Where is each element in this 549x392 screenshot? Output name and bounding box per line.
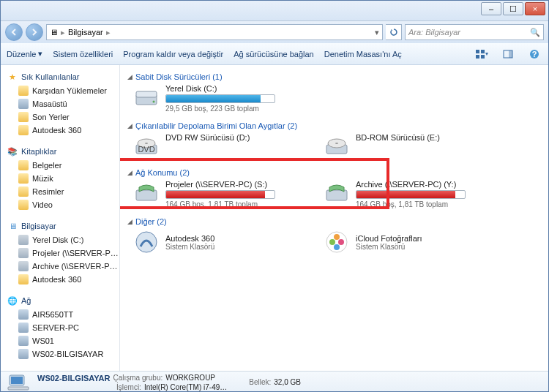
view-options-button[interactable]: ▾	[474, 47, 490, 61]
address-dropdown-icon[interactable]: ▾	[375, 28, 379, 37]
svg-point-24	[334, 244, 340, 250]
drive-label: BD-ROM Sürücüsü (E:)	[356, 133, 492, 142]
sidebar-item-pictures[interactable]: Resimler	[2, 185, 118, 198]
sidebar-item-ws02[interactable]: WS02-BILGISAYAR	[2, 347, 118, 361]
status-memory-label: Bellek:	[249, 378, 271, 386]
libraries-icon: 📚	[7, 146, 18, 157]
organize-button[interactable]: Düzenle ▾	[7, 49, 42, 59]
drive-usage-text: 164 GB boş, 1,81 TB toplam	[356, 200, 492, 208]
drive-label: Yerel Disk (C:)	[165, 84, 302, 93]
refresh-button[interactable]	[386, 24, 402, 40]
section-other-header[interactable]: ◢ Diğer (2)	[127, 214, 541, 229]
netdrive-icon	[133, 180, 160, 206]
sidebar-favorites-group: ★ Sık Kullanılanlar Karşıdan Yüklemeler …	[2, 69, 118, 137]
status-workgroup-label: Çalışma grubu:	[113, 374, 163, 382]
svg-point-22	[334, 234, 340, 240]
sidebar-item-music[interactable]: Müzik	[2, 172, 118, 185]
status-cpu-label: İşlemci:	[116, 383, 141, 391]
open-control-panel-button[interactable]: Denetim Masası'nı Aç	[324, 50, 402, 59]
svg-rect-27	[11, 377, 23, 384]
computer-icon: 🖥	[7, 220, 18, 232]
nav-forward-button[interactable]	[26, 23, 43, 41]
drive-bd-rom-e[interactable]: BD-ROM Sürücüsü (E:)	[324, 133, 492, 159]
preview-pane-button[interactable]	[500, 47, 516, 61]
close-button[interactable]: ×	[525, 2, 545, 15]
search-box[interactable]: Ara: Bilgisayar 🔍	[405, 24, 544, 40]
drive-projeler-s[interactable]: Projeler (\\SERVER-PC) (S:) 164 GB boş, …	[133, 180, 302, 208]
folder-icloud-photos[interactable]: iCloud Fotoğrafları Sistem Klasörü	[324, 229, 492, 255]
section-hard-drives-header[interactable]: ◢ Sabit Disk Sürücüleri (1)	[127, 69, 541, 84]
sidebar-libraries-group: 📚 Kitaplıklar Belgeler Müzik Resimler Vi…	[2, 144, 118, 211]
collapse-icon: ◢	[127, 73, 132, 80]
sidebar-item-autodesk360[interactable]: Autodesk 360	[2, 273, 118, 286]
content-pane: ◢ Sabit Disk Sürücüleri (1) Yerel Disk (…	[120, 65, 548, 371]
chevron-down-icon: ▾	[38, 49, 42, 59]
minimize-button[interactable]: –	[481, 2, 501, 15]
folder-label: Autodesk 360	[165, 234, 214, 243]
recent-icon	[18, 112, 29, 122]
uninstall-program-button[interactable]: Program kaldır veya değiştir	[123, 50, 223, 59]
map-network-drive-button[interactable]: Ağ sürücüsüne bağlan	[234, 50, 313, 59]
drive-local-c[interactable]: Yerel Disk (C:) 29,5 GB boş, 223 GB topl…	[133, 84, 302, 113]
sidebar-favorites-header[interactable]: ★ Sık Kullanılanlar	[2, 69, 118, 84]
pc-icon	[18, 349, 29, 359]
sidebar-computer-header[interactable]: 🖥 Bilgisayar	[2, 219, 118, 233]
pictures-icon	[18, 186, 29, 197]
drive-label: Projeler (\\SERVER-PC) (S:)	[165, 180, 302, 189]
svg-point-23	[338, 239, 344, 245]
drive-archive-y[interactable]: Archive (\\SERVER-PC) (Y:) 164 GB boş, 1…	[324, 180, 492, 208]
sidebar-item-server-pc[interactable]: SERVER-PC	[2, 321, 118, 334]
sidebar-item-local-disk-c[interactable]: Yerel Disk (C:)	[2, 233, 118, 246]
sidebar-item-videos[interactable]: Video	[2, 198, 118, 211]
desktop-icon	[18, 99, 29, 109]
sidebar-item-air5650tt[interactable]: AIR5650TT	[2, 308, 118, 321]
collapse-icon: ◢	[127, 218, 132, 225]
system-properties-button[interactable]: Sistem özellikleri	[53, 50, 113, 59]
address-bar[interactable]: 🖥 ▸ Bilgisayar ▸ ▾	[46, 24, 383, 40]
search-placeholder: Ara: Bilgisayar	[408, 28, 460, 37]
svg-rect-2	[476, 55, 479, 59]
svg-point-20	[136, 232, 157, 252]
autodesk-icon	[133, 229, 160, 255]
maximize-button[interactable]: ☐	[503, 2, 523, 15]
section-network-location-header[interactable]: ◢ Ağ Konumu (2)	[127, 165, 541, 180]
sidebar-network-header[interactable]: 🌐 Ağ	[2, 293, 118, 308]
help-button[interactable]: ?	[526, 47, 542, 61]
sidebar-item-recent[interactable]: Son Yerler	[2, 110, 118, 124]
svg-rect-5	[509, 50, 512, 58]
svg-rect-1	[481, 50, 485, 53]
collapse-icon: ◢	[127, 122, 132, 129]
status-cpu-value: Intel(R) Core(TM) i7-49…	[144, 383, 227, 391]
command-bar: Düzenle ▾ Sistem özellikleri Program kal…	[1, 43, 548, 65]
section-hard-drives: ◢ Sabit Disk Sürücüleri (1) Yerel Disk (…	[127, 69, 541, 113]
status-memory-value: 32,0 GB	[274, 378, 301, 386]
sidebar-computer-group: 🖥 Bilgisayar Yerel Disk (C:) Projeler (\…	[2, 219, 118, 286]
netdrive-icon	[18, 261, 29, 271]
breadcrumb-sep-icon: ▸	[61, 28, 65, 37]
svg-text:?: ?	[532, 50, 537, 59]
computer-icon	[7, 374, 30, 391]
videos-icon	[18, 200, 29, 210]
computer-icon: 🖥	[50, 28, 58, 37]
nav-back-button[interactable]	[5, 23, 23, 41]
search-icon[interactable]: 🔍	[530, 28, 540, 37]
pc-icon	[18, 336, 29, 346]
sidebar-item-documents[interactable]: Belgeler	[2, 159, 118, 172]
drive-icon	[18, 235, 29, 245]
sidebar-item-desktop[interactable]: Masaüstü	[2, 97, 118, 110]
music-icon	[18, 173, 29, 184]
folder-autodesk360[interactable]: Autodesk 360 Sistem Klasörü	[133, 229, 302, 255]
sidebar-item-archive-y[interactable]: Archive (\\SERVER-P…	[2, 260, 118, 273]
section-removable: ◢ Çıkarılabilir Depolama Birimi Olan Ayg…	[127, 118, 541, 159]
sidebar-item-autodesk[interactable]: Autodesk 360	[2, 124, 118, 137]
breadcrumb-location[interactable]: Bilgisayar	[68, 28, 103, 37]
section-removable-header[interactable]: ◢ Çıkarılabilir Depolama Birimi Olan Ayg…	[127, 118, 541, 133]
sidebar-item-downloads[interactable]: Karşıdan Yüklemeler	[2, 84, 118, 97]
netdrive-icon	[18, 248, 29, 258]
breadcrumb-sep-icon: ▸	[106, 28, 111, 37]
drive-dvd-rw-d[interactable]: DVD DVD RW Sürücüsü (D:)	[133, 133, 302, 159]
sidebar-item-projeler-s[interactable]: Projeler (\\SERVER-P…	[2, 246, 118, 260]
sidebar-item-ws01[interactable]: WS01	[2, 334, 118, 347]
sidebar-libraries-header[interactable]: 📚 Kitaplıklar	[2, 144, 118, 159]
svg-rect-3	[481, 55, 485, 59]
